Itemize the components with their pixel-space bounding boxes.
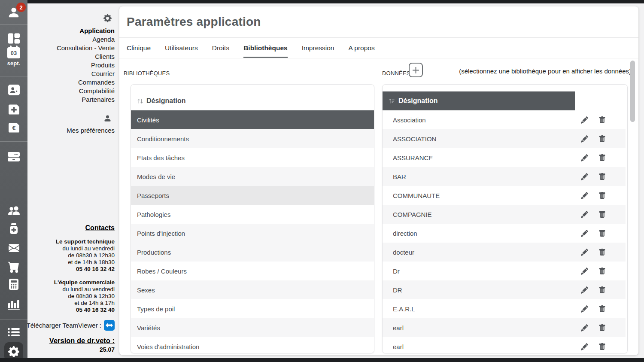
library-row[interactable]: Sexes — [131, 280, 374, 299]
notification-badge: 2 — [16, 3, 26, 12]
data-row[interactable]: ASSURANCE — [383, 148, 626, 167]
support-line: de 08h30 à 12h30 — [54, 252, 115, 259]
library-row[interactable]: Modes de vie — [131, 167, 374, 186]
delete-icon[interactable] — [598, 324, 606, 332]
version-label[interactable]: Version de dr.veto : — [49, 337, 115, 345]
edit-icon[interactable] — [581, 305, 588, 313]
menu-item-consultation-vente[interactable]: Consultation - Vente — [57, 44, 115, 52]
data-row-label: earl — [393, 324, 404, 332]
patient-card-icon[interactable] — [0, 85, 27, 95]
menu-item-produits[interactable]: Produits — [57, 61, 115, 70]
dashboard-icon[interactable] — [0, 33, 27, 44]
edit-icon[interactable] — [581, 230, 588, 237]
menu-item-application[interactable]: Application — [57, 27, 115, 35]
menu-item-clients[interactable]: Clients — [57, 52, 115, 61]
data-row-label: ASSOCIATION — [393, 135, 436, 143]
cash-drawer-icon[interactable] — [0, 151, 27, 161]
delete-icon[interactable] — [598, 173, 606, 180]
menu-item-commandes[interactable]: Commandes — [57, 78, 115, 87]
data-row[interactable]: Dr — [383, 262, 626, 280]
tab-bibliotheques[interactable]: Bibliothèques — [243, 38, 287, 58]
sort-asc-icon — [389, 98, 395, 104]
edit-icon[interactable] — [581, 324, 588, 332]
bibliotheques-section-label: BIBLIOTHÈQUES — [124, 70, 170, 76]
library-row[interactable]: Etats des tâches — [131, 148, 374, 167]
tab-impression[interactable]: Impression — [302, 38, 334, 58]
data-row[interactable]: direction — [383, 224, 626, 243]
menu-item-mes-preferences[interactable]: Mes préférences — [67, 127, 115, 134]
teamviewer-label: Télécharger TeamViewer : — [26, 322, 101, 329]
vertical-scrollbar-thumb[interactable] — [630, 61, 635, 122]
edit-icon[interactable] — [581, 343, 588, 350]
sidebar-divider — [0, 141, 27, 142]
library-row[interactable]: Variétés — [131, 318, 374, 337]
edit-icon[interactable] — [581, 192, 588, 199]
library-row[interactable]: Robes / Couleurs — [131, 262, 374, 280]
edit-icon[interactable] — [581, 154, 588, 161]
cart-icon[interactable] — [0, 261, 27, 273]
data-row[interactable]: COMPAGNIE — [383, 205, 626, 224]
data-row[interactable]: DR — [383, 280, 626, 299]
sidebar-divider — [0, 24, 27, 25]
delete-icon[interactable] — [598, 305, 606, 313]
stats-icon[interactable] — [0, 299, 27, 310]
data-row[interactable]: E.A.R.L — [383, 299, 626, 318]
tab-utilisateurs[interactable]: Utilisateurs — [165, 38, 198, 58]
delete-icon[interactable] — [598, 154, 606, 161]
add-data-button[interactable] — [409, 63, 423, 77]
library-row[interactable]: Conditionnements — [131, 129, 374, 148]
bibliotheques-column-header[interactable]: Désignation — [131, 91, 374, 110]
library-row[interactable]: Productions — [131, 243, 374, 262]
edit-icon[interactable] — [581, 249, 588, 256]
menu-item-agenda[interactable]: Agenda — [57, 35, 115, 44]
data-row-label: earl — [393, 343, 404, 350]
data-row[interactable]: BAR — [383, 167, 626, 186]
tab-clinique[interactable]: Clinique — [127, 38, 151, 58]
data-row[interactable]: earl — [383, 318, 626, 337]
calculator-icon[interactable] — [0, 279, 27, 290]
delete-icon[interactable] — [598, 116, 606, 124]
mail-icon[interactable] — [0, 243, 27, 253]
delete-icon[interactable] — [598, 343, 606, 350]
library-row[interactable]: Types de poil — [131, 299, 374, 318]
edit-icon[interactable] — [581, 211, 588, 218]
tab-a-propos[interactable]: A propos — [348, 38, 374, 58]
library-row[interactable]: Points d'injection — [131, 224, 374, 243]
list-menu-icon[interactable] — [0, 328, 27, 337]
data-row-label: BAR — [393, 173, 406, 180]
calendar-icon[interactable]: 03 — [0, 47, 27, 58]
edit-icon[interactable] — [581, 268, 588, 275]
pharmacy-icon[interactable] — [0, 223, 27, 234]
new-record-icon[interactable] — [0, 104, 27, 115]
menu-item-comptabilite[interactable]: Comptabilité — [57, 87, 115, 95]
clients-icon[interactable] — [0, 205, 27, 216]
data-row[interactable]: ASSOCIATION — [383, 129, 626, 148]
library-row-selected[interactable]: Civilités — [131, 110, 374, 129]
menu-item-partenaires[interactable]: Partenaires — [57, 95, 115, 104]
delete-icon[interactable] — [598, 211, 606, 218]
donnees-column-header[interactable]: Désignation — [383, 91, 575, 110]
edit-icon[interactable] — [581, 116, 588, 124]
library-row[interactable]: Pathologies — [131, 205, 374, 224]
delete-icon[interactable] — [598, 192, 606, 199]
data-row[interactable]: COMMUNAUTE — [383, 186, 626, 205]
data-row[interactable]: Association — [383, 110, 626, 129]
icon-sidebar: 2 03 sept. € — [0, 0, 27, 362]
library-row[interactable]: Voies d'administration — [131, 337, 374, 353]
teamviewer-icon[interactable] — [104, 320, 115, 331]
delete-icon[interactable] — [598, 268, 606, 275]
data-row-label: ASSURANCE — [393, 154, 433, 161]
delete-icon[interactable] — [598, 135, 606, 143]
invoice-euro-icon[interactable]: € — [0, 123, 27, 133]
library-row[interactable]: Passeports — [131, 186, 374, 205]
data-row[interactable]: docteur — [383, 243, 626, 262]
delete-icon[interactable] — [598, 286, 606, 294]
delete-icon[interactable] — [598, 230, 606, 237]
menu-item-courrier[interactable]: Courrier — [57, 70, 115, 78]
data-row[interactable]: earl — [383, 337, 626, 353]
edit-icon[interactable] — [581, 286, 588, 294]
delete-icon[interactable] — [598, 249, 606, 256]
edit-icon[interactable] — [581, 173, 588, 180]
edit-icon[interactable] — [581, 135, 588, 143]
tab-droits[interactable]: Droits — [212, 38, 229, 58]
